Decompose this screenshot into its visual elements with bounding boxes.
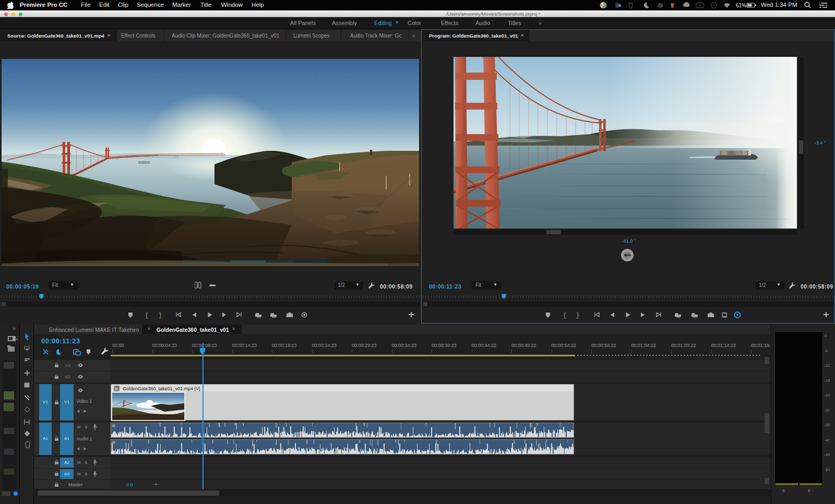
svg-text:}: }	[577, 311, 579, 319]
svg-text:61%: 61%	[736, 3, 746, 8]
svg-text:{: {	[146, 311, 148, 319]
svg-text:▾: ▾	[16, 338, 18, 341]
svg-text:}: }	[159, 311, 161, 319]
svg-text:fx: fx	[115, 387, 118, 391]
svg-text:{: {	[564, 311, 566, 319]
